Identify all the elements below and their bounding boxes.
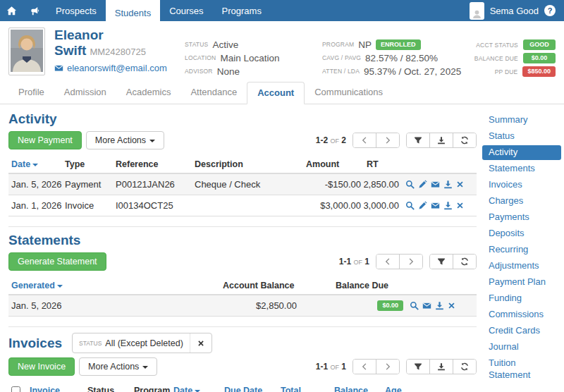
- sidebar-item-payments[interactable]: Payments: [482, 210, 561, 225]
- invoices-refresh-button[interactable]: [453, 360, 476, 374]
- invoices-filter-button[interactable]: [407, 360, 429, 374]
- tab-attendance[interactable]: Attendance: [180, 82, 247, 104]
- activity-more-actions-button[interactable]: More Actions: [86, 131, 164, 149]
- sidebar-item-status[interactable]: Status: [482, 129, 561, 144]
- user-name[interactable]: Sema Good: [490, 6, 539, 16]
- invoices-table: Invoice Status Program Date Due Date Tot…: [8, 382, 477, 392]
- refresh-icon: [460, 362, 469, 371]
- invoices-col-invoice[interactable]: Invoice: [27, 382, 85, 392]
- tab-communications[interactable]: Communications: [305, 82, 393, 104]
- sidebar-item-charges[interactable]: Charges: [482, 194, 561, 209]
- activity-next-page-button[interactable]: [376, 133, 399, 147]
- invoices-col-date[interactable]: Date: [171, 382, 221, 392]
- program-label: PROGRAM: [322, 39, 354, 50]
- select-all-checkbox[interactable]: [11, 386, 20, 392]
- statements-pagination-text: 1-1 OF 1: [339, 257, 369, 267]
- sort-desc-icon: [32, 164, 38, 166]
- sidebar-item-recurring[interactable]: Recurring: [482, 243, 561, 257]
- statements-prev-page-button[interactable]: [376, 255, 399, 269]
- sidebar-item-summary[interactable]: Summary: [482, 113, 561, 128]
- announcements-icon[interactable]: [23, 0, 47, 21]
- invoices-col-age[interactable]: Age: [382, 382, 403, 392]
- sidebar-item-tuition-statement[interactable]: Tuition Statement: [482, 356, 547, 382]
- chip-status-label: STATUS: [79, 340, 102, 347]
- invoices-prev-page-button[interactable]: [353, 360, 376, 374]
- activity-col-description: Description: [192, 156, 303, 173]
- delete-icon[interactable]: [448, 302, 455, 310]
- activity-row-type: Payment: [62, 173, 113, 195]
- statements-title: Statements: [8, 233, 477, 248]
- nav-programs[interactable]: Programs: [213, 0, 271, 21]
- invoices-more-actions-button[interactable]: More Actions: [79, 357, 157, 376]
- student-email[interactable]: eleanorswift@email.com: [54, 63, 185, 73]
- invoices-pager: 1-1 OF 1: [316, 359, 477, 374]
- activity-prev-page-button[interactable]: [353, 133, 376, 147]
- tab-account[interactable]: Account: [247, 82, 305, 104]
- activity-filter-button[interactable]: [407, 133, 429, 147]
- sidebar-item-adjustments[interactable]: Adjustments: [482, 259, 561, 274]
- download-icon[interactable]: [435, 301, 444, 310]
- user-avatar[interactable]: [470, 2, 484, 20]
- activity-row-rt: $3,000.00: [364, 200, 399, 211]
- sidebar-item-commissions[interactable]: Commissions: [482, 307, 561, 322]
- invoices-col-balance[interactable]: Balance: [331, 382, 382, 392]
- view-icon[interactable]: [405, 180, 415, 189]
- delete-icon[interactable]: [456, 202, 464, 209]
- home-icon[interactable]: [0, 0, 23, 21]
- statements-refresh-button[interactable]: [453, 255, 476, 269]
- tab-admission[interactable]: Admission: [54, 82, 116, 104]
- statements-col-generated[interactable]: Generated: [8, 277, 220, 295]
- enrolled-badge: ENROLLED: [376, 39, 421, 50]
- email-icon[interactable]: [422, 301, 431, 310]
- activity-download-button[interactable]: [429, 133, 453, 147]
- refresh-icon: [460, 257, 469, 266]
- new-payment-button[interactable]: New Payment: [8, 131, 82, 149]
- sidebar-item-invoices[interactable]: Invoices: [482, 178, 561, 192]
- sidebar-item-payment-plan[interactable]: Payment Plan: [482, 275, 561, 290]
- statements-pager: 1-1 OF 1: [339, 254, 477, 269]
- activity-row-amount: -$150.00: [303, 173, 364, 195]
- status-value: Active: [212, 39, 238, 50]
- table-row: Jan. 5, 2026 Payment P00121JAN26 Cheque …: [8, 173, 477, 195]
- sidebar-item-journal[interactable]: Journal: [482, 340, 561, 355]
- sidebar-item-statements[interactable]: Statements: [482, 161, 561, 176]
- activity-refresh-button[interactable]: [453, 133, 476, 147]
- activity-row-reference: I00134OCT25: [113, 195, 192, 216]
- view-icon[interactable]: [405, 201, 415, 210]
- download-icon[interactable]: [443, 180, 453, 189]
- statement-row-generated: Jan. 5, 2026: [8, 295, 220, 317]
- table-row: Jan. 5, 2026 $2,850.00 $0.00: [8, 295, 477, 317]
- remove-filter-button[interactable]: [190, 333, 212, 353]
- new-invoice-button[interactable]: New Invoice: [8, 357, 75, 376]
- invoices-download-button[interactable]: [429, 360, 453, 374]
- nav-courses[interactable]: Courses: [160, 0, 212, 21]
- activity-col-date[interactable]: Date: [8, 156, 62, 173]
- invoices-col-total[interactable]: Total: [278, 382, 331, 392]
- delete-icon[interactable]: [456, 180, 464, 188]
- view-icon[interactable]: [410, 301, 419, 310]
- help-icon[interactable]: ?: [544, 5, 556, 16]
- refresh-icon: [460, 136, 469, 145]
- navbar-right: Sema Good ?: [470, 0, 564, 21]
- edit-icon[interactable]: [418, 180, 427, 189]
- activity-toolbar: New Payment More Actions 1-2 OF 2: [8, 131, 477, 149]
- tab-academics[interactable]: Academics: [116, 82, 181, 104]
- nav-students[interactable]: Students: [106, 0, 160, 25]
- statements-filter-button[interactable]: [430, 255, 453, 269]
- download-icon[interactable]: [443, 201, 453, 210]
- sidebar-item-activity[interactable]: Activity: [482, 145, 561, 160]
- nav-prospects[interactable]: Prospects: [47, 0, 106, 21]
- email-icon[interactable]: [431, 180, 440, 189]
- invoices-col-due-date[interactable]: Due Date: [221, 382, 278, 392]
- caret-down-icon: [142, 366, 148, 369]
- sidebar-item-deposits[interactable]: Deposits: [482, 226, 561, 241]
- email-icon[interactable]: [431, 201, 440, 210]
- student-name: Eleanor SwiftMM24280725: [54, 27, 185, 60]
- sidebar-item-credit-cards[interactable]: Credit Cards: [482, 324, 561, 338]
- tab-profile[interactable]: Profile: [8, 82, 54, 104]
- generate-statement-button[interactable]: Generate Statement: [8, 252, 106, 271]
- statements-next-page-button[interactable]: [399, 255, 422, 269]
- sidebar-item-funding[interactable]: Funding: [482, 291, 561, 306]
- edit-icon[interactable]: [418, 201, 427, 210]
- invoices-next-page-button[interactable]: [376, 360, 399, 374]
